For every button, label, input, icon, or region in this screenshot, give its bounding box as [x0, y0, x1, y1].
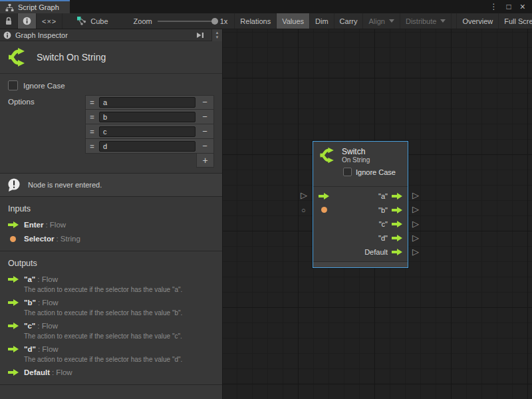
flow-out-icon[interactable]	[392, 193, 402, 200]
maximize-icon[interactable]: □	[507, 3, 511, 11]
selector-port-icon[interactable]	[321, 207, 327, 213]
zoom-value: 1x	[220, 17, 228, 25]
port-type: : Flow	[45, 221, 66, 229]
close-icon[interactable]: ×	[520, 2, 525, 11]
info-icon	[3, 31, 11, 39]
node-header: Switch On String Ignore Case	[313, 142, 408, 187]
align-dropdown[interactable]: Align	[363, 13, 400, 29]
option-input[interactable]: a	[99, 97, 196, 108]
node-ports: "a" "b" "c" "d" Default	[313, 187, 408, 260]
scroll-up-icon[interactable]: ▲	[215, 31, 219, 35]
tab-script-graph[interactable]: Script Graph	[0, 0, 70, 13]
output-row-c: "c": Flow	[8, 322, 214, 330]
drag-handle-icon[interactable]: =	[87, 113, 97, 121]
enter-port-icon[interactable]	[319, 193, 329, 200]
option-input[interactable]: b	[99, 112, 196, 122]
info-icon	[23, 17, 31, 25]
scroll-down-icon[interactable]: ▼	[215, 35, 219, 39]
flow-port-icon	[8, 276, 19, 283]
switch-on-string-node[interactable]: Switch On String Ignore Case "a"	[313, 141, 408, 268]
relations-button[interactable]: Relations	[235, 13, 277, 29]
remove-option-button[interactable]: −	[198, 96, 212, 109]
drag-handle-icon[interactable]: =	[87, 98, 97, 106]
node-port-row: "a"	[319, 189, 402, 203]
lock-button[interactable]	[0, 13, 18, 29]
toolbar: <×> Cube Zoom 1x Relations Values Dim Ca…	[0, 13, 532, 29]
option-row: = b −	[85, 110, 214, 124]
port-description: The action to execute if the selector ha…	[24, 332, 214, 340]
output-connection-port-c[interactable]: ▷	[412, 219, 419, 229]
option-row: = a −	[85, 95, 214, 110]
code-icon: <×>	[42, 17, 57, 25]
port-label: "a"	[378, 192, 388, 200]
port-description: The action to execute if the selector ha…	[24, 356, 214, 363]
drag-handle-icon[interactable]: =	[87, 142, 97, 150]
flow-port-icon	[8, 346, 19, 352]
dock-panel-button[interactable]	[193, 32, 207, 39]
zoom-slider[interactable]	[158, 21, 215, 22]
port-description: The action to execute if the selector ha…	[24, 286, 214, 293]
overview-button[interactable]: Overview	[456, 13, 499, 29]
output-connection-port-a[interactable]: ▷	[412, 191, 419, 200]
ignore-case-checkbox[interactable]	[8, 80, 18, 90]
node-port-row: "d"	[319, 231, 402, 245]
output-connection-port-default[interactable]: ▷	[412, 247, 419, 257]
node-port-row: Default	[319, 245, 402, 259]
output-row-b: "b": Flow	[8, 299, 214, 307]
dropdown-caret-icon	[440, 19, 446, 23]
flow-out-icon[interactable]	[392, 207, 402, 213]
graph-canvas[interactable]: ▷ ○ ▷ ▷ ▷ ▷ ▷	[223, 29, 532, 399]
zoom-slider-handle[interactable]	[211, 18, 218, 25]
outputs-section: Outputs "a": Flow The action to execute …	[0, 251, 222, 385]
options-list: = a − = b − = c −	[85, 95, 214, 168]
flow-port-icon	[8, 369, 19, 376]
flow-out-icon[interactable]	[392, 249, 402, 255]
flow-port-icon	[8, 299, 19, 306]
port-label: Default	[364, 248, 388, 256]
option-row: = d −	[85, 139, 214, 154]
inspector-toggle-button[interactable]	[18, 13, 37, 29]
flow-port-icon	[8, 323, 19, 329]
flow-out-icon[interactable]	[392, 221, 402, 227]
selector-connection-port[interactable]: ○	[301, 205, 306, 215]
inspector-title: Graph Inspector	[15, 31, 68, 39]
script-graph-window: Script Graph ⋮ □ × <×>	[0, 0, 532, 399]
option-input[interactable]: d	[99, 141, 196, 152]
flow-out-icon[interactable]	[392, 235, 402, 241]
cube-graph-icon	[77, 17, 86, 25]
output-row-a: "a": Flow	[8, 275, 214, 283]
graph-breadcrumb[interactable]: Cube	[70, 13, 114, 29]
switch-node-wrap: ▷ ○ ▷ ▷ ▷ ▷ ▷	[313, 141, 408, 268]
drag-handle-icon[interactable]: =	[87, 128, 97, 136]
dock-right-icon	[196, 32, 204, 39]
port-description: The action to execute if the selector ha…	[24, 309, 214, 317]
remove-option-button[interactable]: −	[198, 110, 212, 124]
ignore-case-label: Ignore Case	[23, 82, 65, 90]
dim-button[interactable]: Dim	[310, 13, 334, 29]
option-input[interactable]: c	[99, 126, 196, 137]
code-view-button[interactable]: <×>	[37, 13, 63, 29]
inspector-header: Graph Inspector ▲ ▼	[0, 29, 222, 41]
window-menu-icon[interactable]: ⋮	[490, 3, 498, 11]
output-connection-port-b[interactable]: ▷	[412, 205, 419, 214]
remove-option-button[interactable]: −	[198, 125, 212, 138]
enter-connection-port[interactable]: ▷	[301, 191, 307, 200]
carry-button[interactable]: Carry	[334, 13, 364, 29]
node-footer	[313, 261, 408, 267]
dropdown-caret-icon	[389, 19, 394, 23]
output-connection-port-d[interactable]: ▷	[412, 233, 419, 243]
input-row-enter: Enter: Flow	[8, 221, 214, 229]
remove-option-button[interactable]: −	[198, 140, 212, 153]
panel-scroll-arrows[interactable]: ▲ ▼	[211, 29, 222, 41]
port-label: "b"	[378, 206, 388, 214]
inputs-heading: Inputs	[8, 204, 214, 213]
values-button[interactable]: Values	[277, 13, 310, 29]
port-name: "c"	[24, 322, 35, 330]
switch-icon	[319, 146, 336, 164]
port-name: "d"	[24, 345, 36, 353]
add-option-button[interactable]: +	[196, 154, 214, 168]
distribute-dropdown[interactable]: Distribute	[400, 13, 452, 29]
fullscreen-button[interactable]: Full Screen	[499, 13, 532, 29]
unit-title: Switch On String	[37, 52, 106, 63]
node-ignore-case-checkbox[interactable]	[343, 168, 352, 176]
